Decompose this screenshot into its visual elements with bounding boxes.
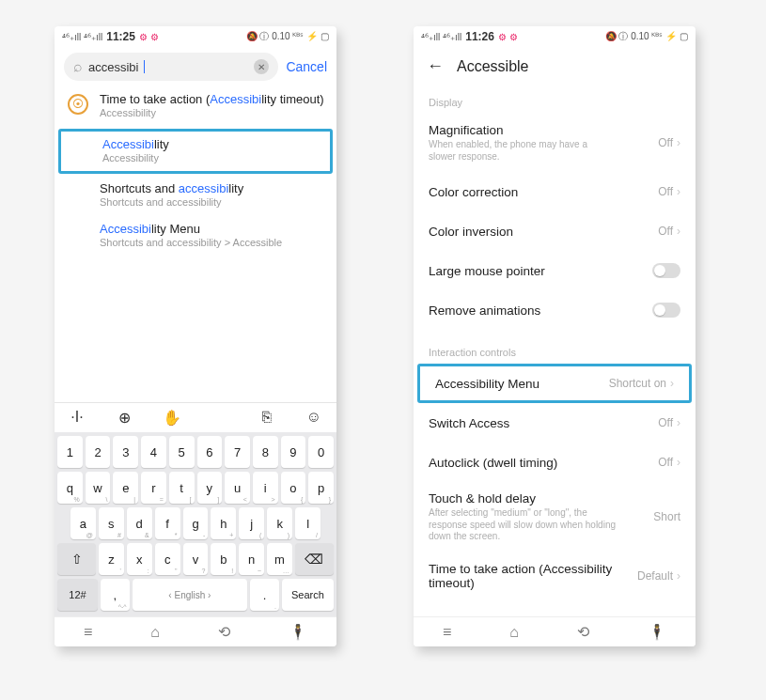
- toggle-switch[interactable]: [652, 263, 680, 278]
- key-r[interactable]: r=: [141, 472, 166, 504]
- clipboard-icon[interactable]: ⎘: [256, 409, 278, 427]
- space-key[interactable]: ‹ English ›: [133, 579, 248, 611]
- comma-key[interactable]: ,^-^: [101, 579, 130, 611]
- nav-back-icon[interactable]: ⟲: [218, 623, 230, 641]
- settings-row[interactable]: Large mouse pointer: [414, 251, 696, 290]
- key-7[interactable]: 7: [225, 436, 250, 468]
- key-e[interactable]: e|: [113, 472, 138, 504]
- key-b[interactable]: b!: [211, 543, 236, 575]
- settings-row[interactable]: Time to take action (Accessibility timeo…: [414, 552, 696, 599]
- key-x[interactable]: x:: [127, 543, 152, 575]
- key-8[interactable]: 8: [253, 436, 278, 468]
- result-row-selected[interactable]: Accessibility Accessibility: [58, 129, 333, 174]
- key-c[interactable]: c": [155, 543, 180, 575]
- shift-key[interactable]: ⇧: [57, 543, 96, 575]
- handwriting-icon[interactable]: ✋: [161, 409, 183, 427]
- toggle-switch[interactable]: [652, 303, 680, 318]
- settings-row[interactable]: MagnificationWhen enabled, the phone may…: [414, 114, 696, 172]
- row-value: Off: [658, 456, 673, 469]
- result-row[interactable]: ⦿ Time to take action (Accessibility tim…: [55, 86, 336, 127]
- key-4[interactable]: 4: [141, 436, 166, 468]
- row-value: Off: [658, 185, 673, 198]
- row-value: Default: [637, 569, 673, 583]
- globe-icon[interactable]: ⊕: [113, 409, 135, 427]
- search-field[interactable]: ⌕ accessibi ✕: [64, 53, 278, 81]
- cancel-button[interactable]: Cancel: [286, 59, 327, 74]
- key-1[interactable]: 1: [57, 436, 83, 468]
- key-0[interactable]: 0: [308, 436, 334, 468]
- key-5[interactable]: 5: [169, 436, 195, 468]
- settings-row[interactable]: Remove animations: [414, 290, 696, 330]
- page-header: ← Accessible: [414, 47, 696, 80]
- key-3[interactable]: 3: [113, 436, 138, 468]
- key-f[interactable]: f*: [155, 507, 180, 539]
- settings-row[interactable]: Color correctionOff›: [414, 172, 696, 211]
- chevron-right-icon: ›: [670, 377, 674, 390]
- key-d[interactable]: d&: [127, 507, 152, 539]
- settings-row[interactable]: Color inversionOff›: [414, 211, 696, 251]
- period-key[interactable]: ..: [250, 579, 279, 611]
- chevron-right-icon: ›: [677, 136, 680, 149]
- settings-row[interactable]: Accessibility MenuShortcut on›: [417, 364, 692, 403]
- nav-home-icon[interactable]: ⌂: [509, 624, 519, 641]
- key-w[interactable]: w\: [86, 472, 111, 504]
- result-row[interactable]: Shortcuts and accessibility Shortcuts an…: [55, 176, 336, 216]
- row-label: Autoclick (dwell timing): [429, 456, 557, 470]
- key-m[interactable]: m…: [267, 543, 292, 575]
- settings-row[interactable]: Switch AccessOff›: [414, 403, 696, 443]
- nav-back-icon[interactable]: ⟲: [577, 623, 589, 641]
- key-i[interactable]: i>: [253, 472, 278, 504]
- key-u[interactable]: u<: [225, 472, 250, 504]
- key-n[interactable]: n~: [239, 543, 264, 575]
- chevron-right-icon: ›: [677, 185, 680, 198]
- row-label: Color inversion: [429, 225, 513, 239]
- key-9[interactable]: 9: [281, 436, 306, 468]
- search-key[interactable]: Search: [282, 579, 334, 611]
- keyboard-toolbar: ·I· ⊕ ✋ ⎘ ☺: [55, 402, 336, 432]
- key-6[interactable]: 6: [197, 436, 223, 468]
- key-y[interactable]: y]: [197, 472, 223, 504]
- emoji-icon[interactable]: ☺: [303, 409, 325, 427]
- nav-menu-icon[interactable]: ≡: [84, 624, 92, 641]
- row-label: Remove animations: [429, 303, 540, 318]
- key-t[interactable]: t[: [169, 472, 195, 504]
- key-z[interactable]: z': [99, 543, 124, 575]
- search-input-text[interactable]: accessibi: [88, 60, 138, 74]
- nav-accessibility-icon[interactable]: 🕴: [648, 623, 666, 641]
- settings-row[interactable]: Autoclick (dwell timing)Off›: [414, 443, 696, 482]
- chevron-right-icon: ›: [677, 225, 680, 238]
- key-k[interactable]: k): [267, 507, 292, 539]
- clear-icon[interactable]: ✕: [254, 59, 269, 74]
- backspace-key[interactable]: ⌫: [295, 543, 334, 575]
- nav-accessibility-icon[interactable]: 🕴: [289, 623, 307, 641]
- phone-accessible-screen: ⁴⁶₊ıll ⁴⁶₊ıll 11:26 ⚙ ⚙ 🔕 ⓘ 0.10 ᴷᴮˢ ⚡ ▢…: [414, 26, 696, 646]
- status-time: 11:26: [465, 30, 494, 43]
- section-label-display: Display: [414, 80, 696, 114]
- key-a[interactable]: a@: [70, 507, 96, 539]
- key-v[interactable]: v?: [183, 543, 209, 575]
- key-l[interactable]: l/: [295, 507, 320, 539]
- symbols-key[interactable]: 12#: [57, 579, 98, 611]
- key-s[interactable]: s#: [99, 507, 124, 539]
- row-value: Short: [653, 510, 680, 523]
- settings-row[interactable]: Touch & hold delayAfter selecting "mediu…: [414, 482, 696, 552]
- row-value: Shortcut on: [609, 377, 666, 390]
- key-g[interactable]: g-: [183, 507, 209, 539]
- row-label: Large mouse pointer: [429, 264, 545, 278]
- nav-bar: ≡ ⌂ ⟲ 🕴: [414, 616, 696, 646]
- nav-menu-icon[interactable]: ≡: [443, 624, 451, 641]
- row-label: Accessibility Menu: [435, 377, 539, 391]
- key-j[interactable]: j(: [239, 507, 264, 539]
- row-subtext: When enabled, the phone may have a slowe…: [429, 139, 617, 163]
- section-label-interaction: Interaction controls: [414, 330, 696, 364]
- key-p[interactable]: p}: [308, 472, 334, 504]
- back-arrow-icon[interactable]: ←: [427, 56, 444, 76]
- key-2[interactable]: 2: [86, 436, 111, 468]
- result-row[interactable]: Accessibility Menu Shortcuts and accessi…: [55, 216, 336, 257]
- key-o[interactable]: o{: [281, 472, 306, 504]
- cursor-mode-icon[interactable]: ·I·: [66, 409, 88, 427]
- nav-home-icon[interactable]: ⌂: [150, 624, 160, 641]
- key-q[interactable]: q%: [57, 472, 83, 504]
- key-h[interactable]: h+: [211, 507, 236, 539]
- row-value: Off: [658, 225, 673, 238]
